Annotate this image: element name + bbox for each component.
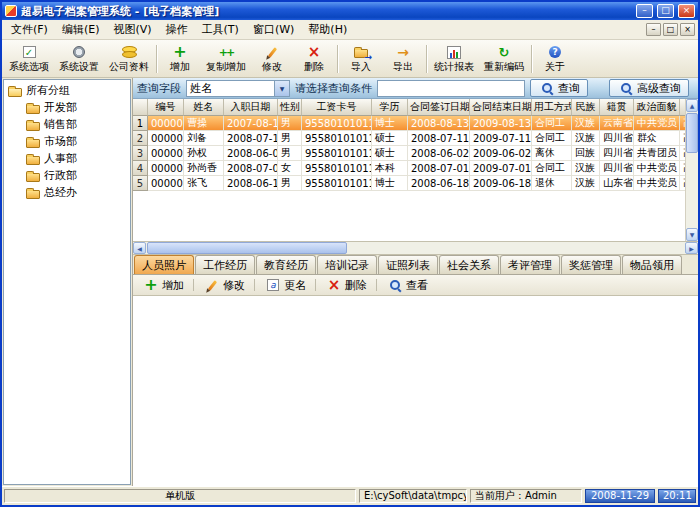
menu-item[interactable]: 操作 [159, 20, 195, 39]
toolbar-button-about[interactable]: ?关于 [534, 42, 576, 76]
close-button[interactable]: × [678, 4, 695, 18]
toolbar-button-export[interactable]: →导出 [382, 42, 424, 76]
window-title: 超易电子档案管理系统 - [电子档案管理] [21, 4, 632, 19]
toolbar-button-add[interactable]: +增加 [159, 42, 201, 76]
tree-item-label: 销售部 [44, 117, 77, 132]
vertical-scrollbar-track[interactable] [686, 154, 698, 228]
grid-cell: 博士 [372, 116, 408, 131]
edit-icon [263, 44, 281, 60]
tab-0[interactable]: 人员照片 [134, 255, 194, 274]
horizontal-scrollbar[interactable]: ◀ ▶ [133, 242, 698, 255]
scroll-up-icon[interactable]: ▲ [686, 99, 698, 112]
folder-icon [26, 156, 40, 165]
mdi-close-button[interactable]: × [680, 23, 695, 36]
toolbar-button-import[interactable]: →导入 [340, 42, 382, 76]
mdi-restore-button[interactable]: □ [663, 23, 678, 36]
vertical-scrollbar-thumb[interactable] [686, 113, 698, 153]
grid-column-header[interactable]: 合同签订日期 [408, 99, 470, 116]
tree-item[interactable]: 开发部 [4, 99, 130, 116]
grid-column-header[interactable]: 籍贯 [600, 99, 634, 116]
tab-4[interactable]: 证照列表 [378, 255, 438, 274]
grid-column-header[interactable]: 政治面貌 [634, 99, 680, 116]
query-field-value: 姓名 [187, 81, 274, 96]
tab-2[interactable]: 教育经历 [256, 255, 316, 274]
tab-5[interactable]: 社会关系 [439, 255, 499, 274]
toolbar-button-label: 系统选项 [9, 60, 49, 74]
chevron-down-icon[interactable]: ▼ [274, 81, 289, 96]
maximize-button[interactable]: □ [657, 4, 674, 18]
grid-column-header[interactable]: 入职日期 [224, 99, 278, 116]
grid-column-header[interactable]: 用工方式 [532, 99, 572, 116]
import-icon: → [352, 44, 370, 60]
grid-cell: 回族 [572, 146, 600, 161]
grid-row[interactable]: 1000001曹操2007-08-13男955801010111博士2008-0… [133, 116, 698, 131]
menu-item[interactable]: 工具(T) [195, 20, 246, 39]
folder-icon [26, 173, 40, 182]
grid-row[interactable]: 3000003孙权2008-06-02男955801010111硕士2008-0… [133, 146, 698, 161]
detail-button-1[interactable]: 修改 [197, 275, 251, 295]
menu-item[interactable]: 视图(V) [106, 20, 158, 39]
tab-8[interactable]: 物品领用 [622, 255, 682, 274]
toolbar-button-company[interactable]: 公司资料 [104, 42, 154, 76]
scroll-left-icon[interactable]: ◀ [133, 242, 146, 254]
tree-item[interactable]: 市场部 [4, 133, 130, 150]
toolbar-button-recode[interactable]: ↻重新编码 [479, 42, 529, 76]
toolbar-button-delete[interactable]: ×删除 [293, 42, 335, 76]
scroll-down-icon[interactable]: ▼ [686, 228, 698, 241]
toolbar-button-label: 导出 [393, 60, 413, 74]
menu-item[interactable]: 编辑(E) [55, 20, 107, 39]
query-field-select[interactable]: 姓名 ▼ [186, 80, 290, 97]
detail-button-label: 删除 [345, 278, 367, 293]
grid-column-header[interactable]: 编号 [148, 99, 184, 116]
query-condition-input[interactable] [377, 80, 525, 97]
toolbar-button-copy-add[interactable]: ++复制增加 [201, 42, 251, 76]
tree-item-label: 人事部 [44, 151, 77, 166]
tree-item[interactable]: 销售部 [4, 116, 130, 133]
minimize-button[interactable]: – [636, 4, 653, 18]
detail-toolbar-separator [376, 279, 377, 291]
tree-item[interactable]: 人事部 [4, 150, 130, 167]
detail-button-2[interactable]: a更名 [258, 275, 312, 295]
detail-button-0[interactable]: +增加 [136, 275, 190, 295]
tab-6[interactable]: 考评管理 [500, 255, 560, 274]
tab-1[interactable]: 工作经历 [195, 255, 255, 274]
grid-column-header[interactable]: 民族 [572, 99, 600, 116]
query-field-label: 查询字段 [137, 81, 181, 96]
grid-cell: 合同工 [532, 161, 572, 176]
tree-item[interactable]: 行政部 [4, 167, 130, 184]
grid-row[interactable]: 5000005张飞2008-06-18男955801010116博士2008-0… [133, 176, 698, 191]
detail-button-4[interactable]: 查看 [380, 275, 434, 295]
grid-column-header[interactable]: 学历 [372, 99, 408, 116]
toolbar-button-edit[interactable]: 修改 [251, 42, 293, 76]
grid-column-header[interactable]: 性别 [278, 99, 302, 116]
tab-7[interactable]: 奖惩管理 [561, 255, 621, 274]
horizontal-scrollbar-track[interactable] [348, 242, 685, 254]
grid-column-header[interactable]: 姓名 [184, 99, 224, 116]
tree-item-label: 总经办 [44, 185, 77, 200]
menu-item[interactable]: 文件(F) [4, 20, 55, 39]
vertical-scrollbar[interactable]: ▲ ▼ [685, 99, 698, 241]
horizontal-scrollbar-thumb[interactable] [147, 242, 347, 254]
toolbar-button-report[interactable]: 统计报表 [429, 42, 479, 76]
grid-cell: 云南省 [600, 116, 634, 131]
search-icon [538, 80, 556, 96]
grid-row[interactable]: 2000002刘备2008-07-11男955801010111硕士2008-0… [133, 131, 698, 146]
grid-column-header[interactable]: 工资卡号 [302, 99, 372, 116]
tab-3[interactable]: 培训记录 [317, 255, 377, 274]
tree-item[interactable]: 总经办 [4, 184, 130, 201]
tree-root[interactable]: 所有分组 [4, 82, 130, 99]
advanced-search-button[interactable]: 高级查询 [609, 79, 689, 97]
toolbar-button-options[interactable]: ✓系统选项 [4, 42, 54, 76]
menu-item[interactable]: 窗口(W) [246, 20, 301, 39]
grid-row[interactable]: 4000004孙尚香2008-07-01女955801010116本科2008-… [133, 161, 698, 176]
toolbar-separator [337, 45, 338, 73]
detail-button-3[interactable]: ×删除 [319, 275, 373, 295]
mdi-minimize-button[interactable]: – [646, 23, 661, 36]
scroll-right-icon[interactable]: ▶ [685, 242, 698, 254]
detail-button-label: 增加 [162, 278, 184, 293]
toolbar-button-settings[interactable]: 系统设置 [54, 42, 104, 76]
detail-toolbar-separator [254, 279, 255, 291]
search-button[interactable]: 查询 [530, 79, 588, 97]
menu-item[interactable]: 帮助(H) [301, 20, 354, 39]
grid-column-header[interactable]: 合同结束日期 [470, 99, 532, 116]
